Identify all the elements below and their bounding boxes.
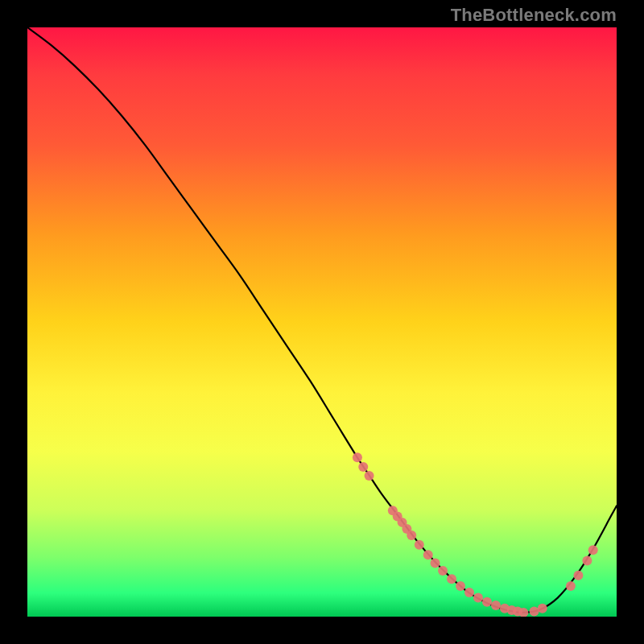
bottleneck-curve xyxy=(27,27,617,613)
highlight-dot xyxy=(415,540,424,550)
highlight-dot xyxy=(538,604,547,613)
highlight-dot xyxy=(423,550,433,559)
highlight-dot xyxy=(353,452,362,462)
highlight-dot xyxy=(365,471,374,481)
highlight-dot xyxy=(582,555,592,565)
chart-frame: TheBottleneck.com xyxy=(0,0,644,644)
highlight-dot xyxy=(447,574,456,584)
highlight-dot xyxy=(438,566,448,576)
watermark-text: TheBottleneck.com xyxy=(451,5,617,26)
highlight-dot xyxy=(491,601,501,610)
highlight-dot xyxy=(588,545,598,555)
highlight-dot xyxy=(573,571,583,580)
highlight-dot xyxy=(482,597,492,607)
highlight-dot xyxy=(407,530,416,540)
highlight-dots-group xyxy=(353,452,598,617)
highlight-dot xyxy=(358,462,368,472)
highlight-dot xyxy=(431,558,440,568)
highlight-dot xyxy=(464,588,474,597)
highlight-dot xyxy=(530,606,539,616)
highlight-dot xyxy=(566,581,576,591)
plot-area xyxy=(27,27,617,617)
chart-svg xyxy=(27,27,617,617)
highlight-dot xyxy=(473,593,483,603)
highlight-dot xyxy=(456,581,465,591)
